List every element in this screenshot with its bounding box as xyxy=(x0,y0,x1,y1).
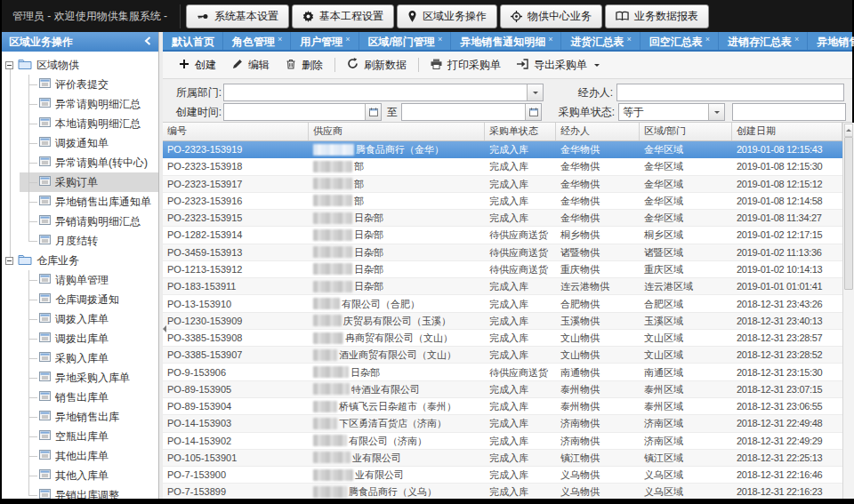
column-header[interactable]: 供应商 xyxy=(309,123,485,140)
sidebar-item[interactable]: 请购单管理 xyxy=(2,270,158,290)
chevron-left-icon[interactable] xyxy=(144,36,151,48)
basic-project-settings-button[interactable]: 基本工程设置 xyxy=(292,4,394,28)
date-to-input[interactable] xyxy=(402,104,525,120)
table-row[interactable]: PO-2323-153919 腾食品商行（金华） 完成入库 金华物供 金华区域 … xyxy=(163,141,842,158)
sidebar-item[interactable]: 评价表提交 xyxy=(2,75,158,94)
column-header[interactable]: 采购单状态 xyxy=(485,123,556,140)
tab[interactable]: 进货汇总表 × xyxy=(561,32,640,50)
department-combobox[interactable] xyxy=(223,84,544,101)
export-po-button[interactable]: 导出采购单 xyxy=(509,54,608,76)
tab[interactable]: 回空汇总表 × xyxy=(640,32,719,50)
tab[interactable]: 异地销售通知明细 × xyxy=(451,32,561,50)
table-row[interactable]: PO-3459-153913 日杂部 待供应商送货 诸暨物供 诸暨区域 2019… xyxy=(163,244,842,261)
department-input[interactable] xyxy=(224,84,527,100)
tree-group-row[interactable]: 区域物供 xyxy=(2,55,158,75)
sidebar-item[interactable]: 月度结转 xyxy=(2,231,158,251)
print-po-button[interactable]: 打印采购单 xyxy=(423,54,509,76)
tab-close-icon[interactable]: × xyxy=(705,35,710,44)
status-operator-select[interactable]: 等于 xyxy=(618,103,725,121)
calendar-icon[interactable] xyxy=(365,104,381,120)
sidebar-item[interactable]: 本地请购明细汇总 xyxy=(2,114,158,133)
tab[interactable]: 默认首页 xyxy=(163,32,223,50)
sidebar-item[interactable]: 异常请购单(转中心) xyxy=(2,153,158,172)
sidebar-item[interactable]: 空瓶出库单 xyxy=(2,427,158,446)
collapse-minus-icon[interactable] xyxy=(5,61,13,69)
delete-button[interactable]: 删除 xyxy=(278,54,331,76)
date-from-field[interactable] xyxy=(223,103,382,121)
table-row[interactable]: PO-9-153906 日杂部 待供应商送货 南通物供 南通区域 2018-12… xyxy=(163,364,842,380)
sidebar-item[interactable]: 异地销售出库 xyxy=(2,407,158,427)
date-to-field[interactable] xyxy=(401,103,542,121)
regional-business-button[interactable]: 区域业务操作 xyxy=(397,4,497,28)
supply-center-business-button[interactable]: 物供中心业务 xyxy=(500,4,602,28)
table-row[interactable]: PO-89-153905 特酒业有限公司 完成入库 泰州物供 泰州区域 2018… xyxy=(163,381,842,398)
table-row[interactable]: PO-14-153903 下区勇清百货店（济南） 完成入库 济南物供 济南区域 … xyxy=(163,415,842,432)
calendar-icon[interactable] xyxy=(525,104,541,120)
operator-input[interactable] xyxy=(617,84,843,100)
sidebar-item[interactable]: 异销出库调整 xyxy=(2,485,158,499)
column-header[interactable]: 创建日期 xyxy=(732,123,842,140)
status-value-input[interactable] xyxy=(733,104,845,120)
tab[interactable]: 进销存汇总表 × xyxy=(719,32,808,50)
system-basic-settings-button[interactable]: 系统基本设置 xyxy=(186,4,289,28)
sidebar-item[interactable]: 销售出库单 xyxy=(2,388,158,407)
edit-button[interactable]: 编辑 xyxy=(224,54,278,76)
sidebar-item[interactable]: 异常请购明细汇总 xyxy=(2,94,158,114)
sidebar-item[interactable]: 其他出库单 xyxy=(2,446,158,466)
tab-close-icon[interactable]: × xyxy=(626,35,631,44)
table-row[interactable]: PO-7-153900 业有限公司 完成入库 义乌物供 义乌区域 2018-12… xyxy=(163,467,842,484)
refresh-button[interactable]: 刷新数据 xyxy=(339,54,415,76)
sidebar-item[interactable]: 异地销售出库通知单 xyxy=(2,192,158,212)
tab-close-icon[interactable]: × xyxy=(438,35,442,44)
table-row[interactable]: PO-14-153902 有限公司（济南） 完成入库 济南物供 济南区域 201… xyxy=(163,433,842,450)
table-row[interactable]: PO-89-153904 桥镇飞云日杂超市（泰州） 完成入库 泰州物供 泰州区域… xyxy=(163,398,842,415)
operator-field[interactable] xyxy=(616,84,844,101)
table-row[interactable]: PO-2323-153916 部 完成入库 金华物供 金华区域 2019-01-… xyxy=(163,193,842,210)
dropdown-arrow-icon[interactable] xyxy=(708,104,724,120)
table-row[interactable]: PO-3385-153907 酒业商贸有限公司（文山） 完成入库 文山物供 文山… xyxy=(163,347,842,364)
table-row[interactable]: PO-105-153901 业有限公司 完成入库 镇江物供 镇江区域 2018-… xyxy=(163,450,842,467)
column-header[interactable]: 区域/部门 xyxy=(640,123,732,140)
table-row[interactable]: PO-1282-153914 日杂部 待供应商送货 桐乡物供 桐乡区域 2019… xyxy=(163,227,842,244)
table-row[interactable]: PO-183-153911 日杂部 完成入库 连云港物供 连云港区域 2019-… xyxy=(163,278,842,295)
date-from-input[interactable] xyxy=(224,104,365,120)
table-row[interactable]: PO-2323-153917 部 完成入库 金华物供 金华区域 2019-01-… xyxy=(163,176,842,193)
tab-close-icon[interactable]: × xyxy=(794,35,799,44)
tab[interactable]: 区域/部门管理 × xyxy=(359,32,452,50)
sidebar-item[interactable]: 调拨出库单 xyxy=(2,329,158,348)
scroll-up-icon[interactable] xyxy=(844,124,853,137)
sidebar-header[interactable]: 区域业务操作 xyxy=(2,32,158,52)
tab-close-icon[interactable]: × xyxy=(278,35,282,44)
tab-close-icon[interactable]: × xyxy=(548,35,552,44)
sidebar-item[interactable]: 采购入库单 xyxy=(2,348,158,368)
sidebar-item[interactable]: 其他入库单 xyxy=(2,466,158,485)
vertical-scrollbar[interactable] xyxy=(842,123,854,499)
table-row[interactable]: PO-3385-153908 冉商贸有限公司（文山） 完成入库 文山物供 文山区… xyxy=(163,330,842,347)
collapse-minus-icon[interactable] xyxy=(5,257,13,265)
tree-group-row[interactable]: 仓库业务 xyxy=(2,251,158,270)
sidebar-item[interactable]: 异地采购入库单 xyxy=(2,368,158,388)
sidebar-item[interactable]: 调拨通知单 xyxy=(2,133,158,153)
sidebar-item[interactable]: 调拨入库单 xyxy=(2,309,158,329)
business-data-report-button[interactable]: 业务数据报表 xyxy=(605,4,709,28)
dropdown-arrow-icon[interactable] xyxy=(527,84,543,100)
create-button[interactable]: 创建 xyxy=(171,54,224,76)
table-row[interactable]: PO-1230-153909 庆贸易有限公司（玉溪） 完成入库 玉溪物供 玉溪区… xyxy=(163,313,842,330)
sidebar-item[interactable]: 采购订单 xyxy=(2,172,158,192)
sidebar-item[interactable]: 仓库调拨通知 xyxy=(2,290,158,309)
column-header[interactable]: 编号 xyxy=(163,123,309,140)
status-value-field[interactable] xyxy=(732,103,846,121)
table-row[interactable]: PO-1213-153912 日杂部 待供应商送货 重庆物供 重庆区域 2019… xyxy=(163,261,842,278)
tab[interactable]: 角色管理 × xyxy=(223,32,291,50)
collapse-arrow-icon[interactable] xyxy=(159,325,166,332)
table-row[interactable]: PO-2323-153915 日杂部 完成入库 金华物供 金华区域 2019-0… xyxy=(163,210,842,227)
scrollbar-thumb[interactable] xyxy=(844,137,853,290)
table-row[interactable]: PO-7-153899 腾食品商行（义乌） 完成入库 义乌物供 义乌区域 201… xyxy=(163,484,842,499)
tab[interactable]: 异地销售调整明细 × xyxy=(808,32,854,50)
tab[interactable]: 用户管理 × xyxy=(291,32,359,50)
sidebar-item[interactable]: 异销请购明细汇总 xyxy=(2,212,158,231)
column-header[interactable]: 经办人 xyxy=(556,123,640,140)
tab-close-icon[interactable]: × xyxy=(345,35,350,44)
table-row[interactable]: PO-13-153910 有限公司（合肥） 完成入库 合肥物供 合肥区域 201… xyxy=(163,295,842,312)
table-row[interactable]: PO-2323-153918 部 完成入库 金华物供 金华区域 2019-01-… xyxy=(163,158,842,175)
